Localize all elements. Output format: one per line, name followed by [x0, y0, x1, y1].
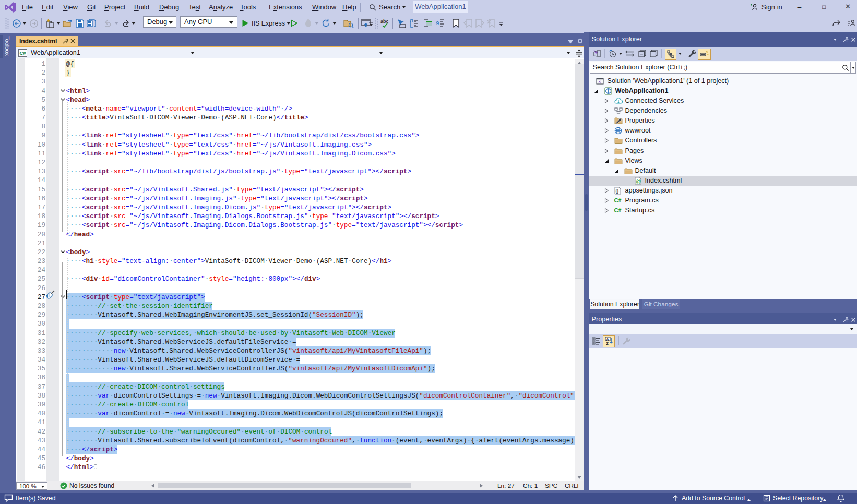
svg-text:@: @	[636, 178, 641, 184]
svg-text:9: 9	[436, 20, 439, 27]
svg-text:{}: {}	[615, 188, 619, 194]
svg-text:abc: abc	[380, 19, 389, 24]
svg-text:A: A	[606, 338, 609, 341]
svg-text:Z: Z	[606, 342, 609, 345]
